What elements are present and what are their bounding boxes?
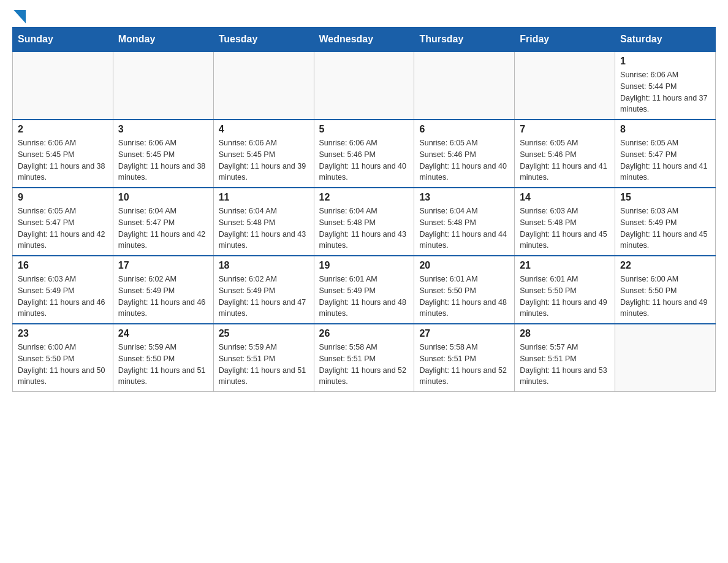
calendar-week-row: 9Sunrise: 6:05 AMSunset: 5:47 PMDaylight… xyxy=(13,188,716,256)
day-number: 1 xyxy=(620,56,710,67)
day-info: Sunrise: 5:59 AMSunset: 5:50 PMDaylight:… xyxy=(118,342,208,388)
calendar-cell: 16Sunrise: 6:03 AMSunset: 5:49 PMDayligh… xyxy=(13,256,113,324)
day-number: 13 xyxy=(419,192,509,203)
day-info: Sunrise: 6:00 AMSunset: 5:50 PMDaylight:… xyxy=(18,342,108,388)
calendar-cell: 10Sunrise: 6:04 AMSunset: 5:47 PMDayligh… xyxy=(113,188,213,256)
day-number: 18 xyxy=(219,260,309,271)
calendar-cell: 2Sunrise: 6:06 AMSunset: 5:45 PMDaylight… xyxy=(13,120,113,188)
day-info: Sunrise: 6:00 AMSunset: 5:50 PMDaylight:… xyxy=(620,274,710,320)
weekday-header-monday: Monday xyxy=(113,28,213,52)
day-number: 8 xyxy=(620,124,710,135)
day-number: 5 xyxy=(319,124,409,135)
day-info: Sunrise: 6:03 AMSunset: 5:49 PMDaylight:… xyxy=(620,205,710,251)
calendar-header-row: SundayMondayTuesdayWednesdayThursdayFrid… xyxy=(13,28,716,52)
day-info: Sunrise: 6:04 AMSunset: 5:47 PMDaylight:… xyxy=(118,205,208,251)
day-info: Sunrise: 5:59 AMSunset: 5:51 PMDaylight:… xyxy=(219,342,309,388)
day-info: Sunrise: 6:04 AMSunset: 5:48 PMDaylight:… xyxy=(219,205,309,251)
calendar-week-row: 16Sunrise: 6:03 AMSunset: 5:49 PMDayligh… xyxy=(13,256,716,324)
calendar-cell: 8Sunrise: 6:05 AMSunset: 5:47 PMDaylight… xyxy=(615,120,716,188)
day-info: Sunrise: 6:05 AMSunset: 5:46 PMDaylight:… xyxy=(419,137,509,183)
calendar-week-row: 23Sunrise: 6:00 AMSunset: 5:50 PMDayligh… xyxy=(13,324,716,392)
calendar-cell: 21Sunrise: 6:01 AMSunset: 5:50 PMDayligh… xyxy=(515,256,615,324)
day-info: Sunrise: 6:02 AMSunset: 5:49 PMDaylight:… xyxy=(118,274,208,320)
day-info: Sunrise: 5:57 AMSunset: 5:51 PMDaylight:… xyxy=(520,342,610,388)
calendar-cell: 27Sunrise: 5:58 AMSunset: 5:51 PMDayligh… xyxy=(414,324,515,392)
weekday-header-wednesday: Wednesday xyxy=(314,28,414,52)
calendar-cell: 7Sunrise: 6:05 AMSunset: 5:46 PMDaylight… xyxy=(515,120,615,188)
calendar-week-row: 1Sunrise: 6:06 AMSunset: 5:44 PMDaylight… xyxy=(13,52,716,120)
logo xyxy=(12,12,26,21)
day-info: Sunrise: 6:02 AMSunset: 5:49 PMDaylight:… xyxy=(219,274,309,320)
calendar-cell: 15Sunrise: 6:03 AMSunset: 5:49 PMDayligh… xyxy=(615,188,716,256)
calendar-cell: 22Sunrise: 6:00 AMSunset: 5:50 PMDayligh… xyxy=(615,256,716,324)
weekday-header-tuesday: Tuesday xyxy=(213,28,314,52)
calendar-cell: 20Sunrise: 6:01 AMSunset: 5:50 PMDayligh… xyxy=(414,256,515,324)
logo-arrow-icon xyxy=(13,10,26,23)
calendar-cell: 1Sunrise: 6:06 AMSunset: 5:44 PMDaylight… xyxy=(615,52,716,120)
calendar-cell xyxy=(213,52,314,120)
calendar-cell: 12Sunrise: 6:04 AMSunset: 5:48 PMDayligh… xyxy=(314,188,414,256)
calendar-cell xyxy=(113,52,213,120)
day-number: 19 xyxy=(319,260,409,271)
day-info: Sunrise: 6:05 AMSunset: 5:47 PMDaylight:… xyxy=(18,205,108,251)
day-info: Sunrise: 6:06 AMSunset: 5:45 PMDaylight:… xyxy=(118,137,208,183)
day-number: 12 xyxy=(319,192,409,203)
calendar-cell: 13Sunrise: 6:04 AMSunset: 5:48 PMDayligh… xyxy=(414,188,515,256)
day-number: 4 xyxy=(219,124,309,135)
calendar-cell: 17Sunrise: 6:02 AMSunset: 5:49 PMDayligh… xyxy=(113,256,213,324)
day-number: 17 xyxy=(118,260,208,271)
day-number: 21 xyxy=(520,260,610,271)
weekday-header-friday: Friday xyxy=(515,28,615,52)
day-number: 25 xyxy=(219,328,309,339)
calendar-week-row: 2Sunrise: 6:06 AMSunset: 5:45 PMDaylight… xyxy=(13,120,716,188)
calendar-cell xyxy=(414,52,515,120)
day-number: 20 xyxy=(419,260,509,271)
day-number: 22 xyxy=(620,260,710,271)
weekday-header-sunday: Sunday xyxy=(13,28,113,52)
day-number: 11 xyxy=(219,192,309,203)
calendar-cell: 19Sunrise: 6:01 AMSunset: 5:49 PMDayligh… xyxy=(314,256,414,324)
svg-marker-0 xyxy=(13,10,26,23)
day-info: Sunrise: 6:01 AMSunset: 5:50 PMDaylight:… xyxy=(419,274,509,320)
calendar-cell: 6Sunrise: 6:05 AMSunset: 5:46 PMDaylight… xyxy=(414,120,515,188)
day-info: Sunrise: 6:03 AMSunset: 5:48 PMDaylight:… xyxy=(520,205,610,251)
day-number: 16 xyxy=(18,260,108,271)
day-number: 14 xyxy=(520,192,610,203)
calendar-cell: 26Sunrise: 5:58 AMSunset: 5:51 PMDayligh… xyxy=(314,324,414,392)
calendar-cell: 28Sunrise: 5:57 AMSunset: 5:51 PMDayligh… xyxy=(515,324,615,392)
day-info: Sunrise: 6:03 AMSunset: 5:49 PMDaylight:… xyxy=(18,274,108,320)
weekday-header-thursday: Thursday xyxy=(414,28,515,52)
day-number: 23 xyxy=(18,328,108,339)
page-header xyxy=(12,12,716,21)
day-info: Sunrise: 5:58 AMSunset: 5:51 PMDaylight:… xyxy=(419,342,509,388)
calendar-cell xyxy=(13,52,113,120)
day-info: Sunrise: 6:06 AMSunset: 5:46 PMDaylight:… xyxy=(319,137,409,183)
calendar-cell xyxy=(314,52,414,120)
day-number: 28 xyxy=(520,328,610,339)
calendar-cell: 14Sunrise: 6:03 AMSunset: 5:48 PMDayligh… xyxy=(515,188,615,256)
calendar-cell xyxy=(515,52,615,120)
day-info: Sunrise: 6:01 AMSunset: 5:50 PMDaylight:… xyxy=(520,274,610,320)
calendar-table: SundayMondayTuesdayWednesdayThursdayFrid… xyxy=(12,27,716,392)
day-info: Sunrise: 6:06 AMSunset: 5:45 PMDaylight:… xyxy=(219,137,309,183)
calendar-cell: 9Sunrise: 6:05 AMSunset: 5:47 PMDaylight… xyxy=(13,188,113,256)
day-info: Sunrise: 6:04 AMSunset: 5:48 PMDaylight:… xyxy=(419,205,509,251)
calendar-cell xyxy=(615,324,716,392)
day-info: Sunrise: 6:05 AMSunset: 5:47 PMDaylight:… xyxy=(620,137,710,183)
day-info: Sunrise: 5:58 AMSunset: 5:51 PMDaylight:… xyxy=(319,342,409,388)
day-number: 2 xyxy=(18,124,108,135)
calendar-cell: 3Sunrise: 6:06 AMSunset: 5:45 PMDaylight… xyxy=(113,120,213,188)
weekday-header-saturday: Saturday xyxy=(615,28,716,52)
calendar-cell: 18Sunrise: 6:02 AMSunset: 5:49 PMDayligh… xyxy=(213,256,314,324)
calendar-cell: 4Sunrise: 6:06 AMSunset: 5:45 PMDaylight… xyxy=(213,120,314,188)
day-number: 9 xyxy=(18,192,108,203)
day-number: 26 xyxy=(319,328,409,339)
day-info: Sunrise: 6:04 AMSunset: 5:48 PMDaylight:… xyxy=(319,205,409,251)
day-number: 15 xyxy=(620,192,710,203)
day-number: 10 xyxy=(118,192,208,203)
day-info: Sunrise: 6:06 AMSunset: 5:45 PMDaylight:… xyxy=(18,137,108,183)
calendar-cell: 23Sunrise: 6:00 AMSunset: 5:50 PMDayligh… xyxy=(13,324,113,392)
day-info: Sunrise: 6:06 AMSunset: 5:44 PMDaylight:… xyxy=(620,69,710,115)
calendar-cell: 5Sunrise: 6:06 AMSunset: 5:46 PMDaylight… xyxy=(314,120,414,188)
calendar-cell: 24Sunrise: 5:59 AMSunset: 5:50 PMDayligh… xyxy=(113,324,213,392)
